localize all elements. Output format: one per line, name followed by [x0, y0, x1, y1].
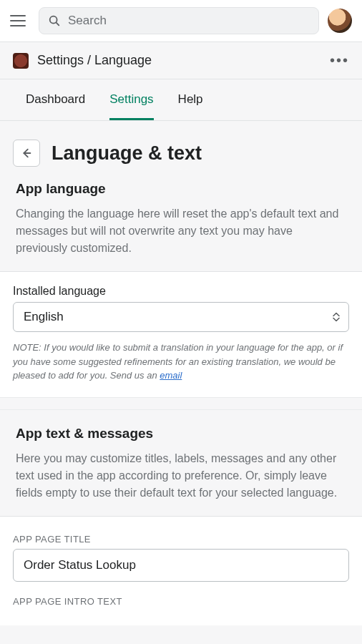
installed-language-block: Installed language English NOTE: If you …	[0, 272, 362, 397]
translation-note: NOTE: If you would like to submit a tran…	[13, 341, 349, 383]
page-header: Language & text	[0, 121, 362, 181]
select-caret-icon	[333, 313, 340, 322]
app-page-title-label: APP PAGE TITLE	[13, 534, 349, 545]
app-text-description: Here you may customize titles, labels, m…	[16, 450, 346, 502]
app-language-description: Changing the language here will reset th…	[16, 205, 346, 257]
installed-language-select[interactable]: English	[13, 302, 349, 332]
installed-language-value: English	[24, 310, 64, 323]
email-link[interactable]: email	[160, 370, 182, 381]
menu-button[interactable]	[10, 11, 30, 31]
svg-point-0	[50, 16, 57, 24]
breadcrumb: Settings / Language	[37, 53, 152, 68]
tab-help[interactable]: Help	[178, 79, 203, 120]
arrow-left-icon	[20, 147, 33, 160]
search-icon	[48, 14, 61, 27]
page-title: Language & text	[52, 142, 202, 165]
search-input[interactable]	[68, 14, 310, 28]
app-text-fields: APP PAGE TITLE APP PAGE INTRO TEXT	[0, 517, 362, 625]
svg-line-1	[57, 23, 59, 25]
tab-settings[interactable]: Settings	[109, 79, 153, 120]
avatar[interactable]	[328, 9, 352, 33]
app-language-section: App language Changing the language here …	[0, 181, 362, 271]
back-button[interactable]	[13, 140, 40, 167]
app-page-intro-text-label: APP PAGE INTRO TEXT	[13, 596, 349, 607]
app-page-title-input[interactable]	[13, 549, 349, 582]
app-language-title: App language	[16, 181, 346, 197]
tabs: Dashboard Settings Help	[0, 79, 362, 121]
breadcrumb-bar: Settings / Language •••	[0, 42, 362, 79]
search-field[interactable]	[39, 7, 319, 34]
app-text-section: App text & messages Here you may customi…	[0, 410, 362, 516]
app-text-title: App text & messages	[16, 426, 346, 441]
installed-language-label: Installed language	[13, 285, 349, 298]
tab-dashboard[interactable]: Dashboard	[26, 79, 85, 120]
app-icon	[13, 53, 29, 69]
overflow-menu-button[interactable]: •••	[330, 52, 349, 69]
top-bar	[0, 0, 362, 42]
